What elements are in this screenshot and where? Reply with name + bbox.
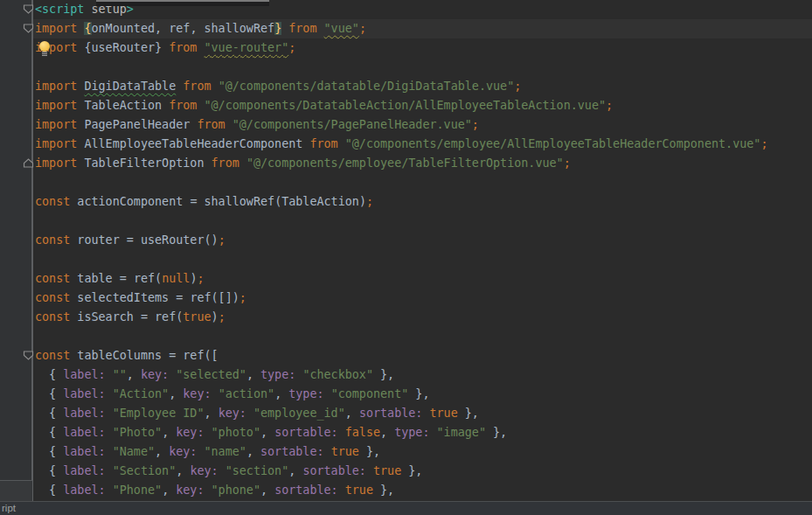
code-line[interactable]	[35, 250, 767, 269]
code-line[interactable]	[35, 212, 767, 231]
intention-bulb-icon[interactable]	[39, 41, 51, 57]
breadcrumb-item[interactable]: ript	[0, 502, 16, 515]
code-line[interactable]: const tableColumns = ref([	[35, 346, 767, 365]
code-line[interactable]: { label: "Photo", key: "photo", sortable…	[35, 423, 767, 442]
code-line[interactable]: { label: "Action", key: "action", type: …	[35, 385, 767, 404]
code-area[interactable]: <script setup>import {onMounted, ref, sh…	[35, 0, 767, 500]
code-line[interactable]: { label: "Phone", key: "phone", sortable…	[35, 481, 767, 500]
fold-region-end-icon[interactable]	[23, 157, 34, 169]
code-line[interactable]: import AllEmployeeTableHeaderComponent f…	[35, 135, 767, 154]
bulb-globe	[39, 41, 50, 52]
horizontal-scrollbar-remnant[interactable]	[96, 0, 269, 6]
code-line[interactable]: const selectedItems = ref([]);	[35, 289, 767, 308]
editor-gutter[interactable]	[0, 0, 33, 501]
code-line[interactable]: import TableFilterOption from "@/compone…	[35, 154, 767, 173]
bulb-base	[42, 52, 47, 56]
fold-region-start-icon[interactable]	[23, 23, 34, 34]
code-line[interactable]	[35, 173, 767, 192]
code-line[interactable]: const isSearch = ref(true);	[35, 308, 767, 327]
fold-region-start-icon[interactable]	[23, 350, 34, 361]
fold-region-line	[31, 0, 33, 501]
code-line[interactable]: { label: "Section", key: "section", sort…	[35, 462, 767, 481]
code-line[interactable]: const router = useRouter();	[35, 231, 767, 250]
fold-region-start-icon[interactable]	[23, 3, 34, 15]
code-line[interactable]	[35, 327, 767, 346]
code-line[interactable]: const table = ref(null);	[35, 269, 767, 289]
code-line[interactable]	[35, 58, 767, 77]
code-line[interactable]: import TableAction from "@/components/Da…	[35, 96, 767, 115]
code-editor-window: <script setup>import {onMounted, ref, sh…	[0, 0, 812, 515]
code-line[interactable]: { label: "Employee ID", key: "employee_i…	[35, 404, 767, 423]
code-line[interactable]: import DigiDataTable from "@/components/…	[35, 77, 767, 96]
gutter-bottom-patch	[0, 480, 32, 502]
code-line[interactable]: const actionComponent = shallowRef(Table…	[35, 192, 767, 212]
code-line[interactable]: import {useRouter} from "vue-router";	[35, 38, 767, 58]
code-line[interactable]: { label: "", key: "selected", type: "che…	[35, 365, 767, 385]
code-line[interactable]: import {onMounted, ref, shallowRef} from…	[35, 19, 767, 38]
code-line[interactable]: import PagePanelHeader from "@/component…	[35, 115, 767, 135]
code-line[interactable]: { label: "Name", key: "name", sortable: …	[35, 442, 767, 462]
breadcrumbs-bar: ript	[0, 501, 812, 515]
